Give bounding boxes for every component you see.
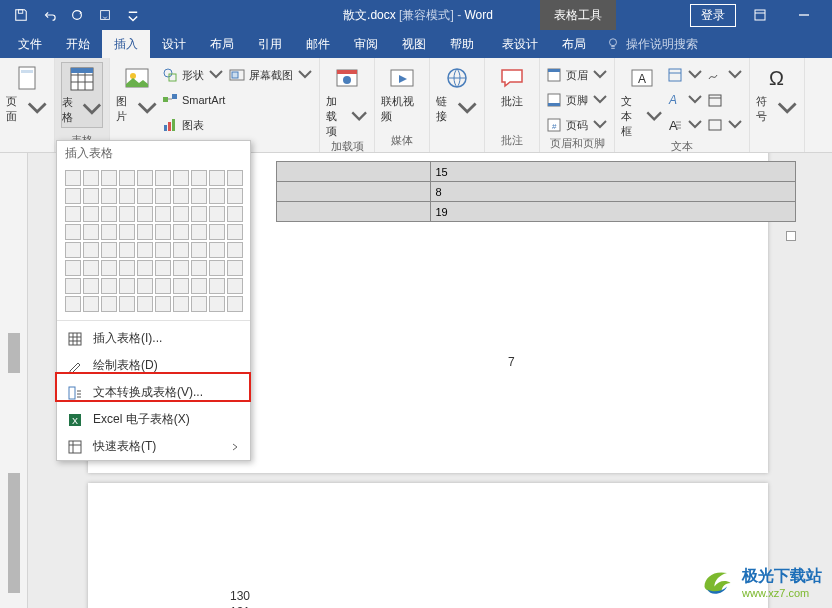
undo-button[interactable] xyxy=(36,2,62,28)
smartart-button[interactable]: SmartArt xyxy=(162,89,225,111)
svg-rect-36 xyxy=(709,95,721,106)
group-links: 链接 xyxy=(430,58,485,152)
qat-customize[interactable] xyxy=(92,2,118,28)
wordart-button[interactable]: A xyxy=(667,89,703,111)
tab-layout[interactable]: 布局 xyxy=(198,30,246,58)
svg-rect-17 xyxy=(172,119,175,131)
svg-rect-19 xyxy=(232,72,238,78)
svg-point-11 xyxy=(164,69,172,77)
comment-button[interactable]: 批注 xyxy=(491,62,533,109)
chevron-down-icon xyxy=(26,95,48,123)
group-label-hf: 页眉和页脚 xyxy=(550,136,605,151)
header-icon xyxy=(546,67,562,83)
table-button[interactable]: 表格 xyxy=(61,62,103,128)
group-text: A 文本框 A A 文本 xyxy=(615,58,750,152)
insert-table-menu: 插入表格 插入表格(I)... 绘制表格(D) 文本转换成表格(V)... XE… xyxy=(56,140,251,153)
group-media: 联机视频 媒体 xyxy=(375,58,430,152)
tell-me-search[interactable]: 操作说明搜索 xyxy=(606,36,698,53)
group-illustrations: 图片 形状 SmartArt 图表 屏幕截图 xyxy=(110,58,320,152)
svg-point-4 xyxy=(610,39,617,46)
tab-help[interactable]: 帮助 xyxy=(438,30,486,58)
symbol-button[interactable]: Ω 符号 xyxy=(756,62,798,124)
login-button[interactable]: 登录 xyxy=(690,4,736,27)
lightbulb-icon xyxy=(606,37,620,51)
addins-button[interactable]: 加载项 xyxy=(326,62,368,139)
online-video-button[interactable]: 联机视频 xyxy=(381,62,423,124)
tab-home[interactable]: 开始 xyxy=(54,30,102,58)
svg-point-22 xyxy=(343,76,351,84)
svg-rect-13 xyxy=(163,97,168,102)
chart-button[interactable]: 图表 xyxy=(162,114,225,136)
tab-mailings[interactable]: 邮件 xyxy=(294,30,342,58)
group-symbols: Ω 符号 xyxy=(750,58,805,152)
svg-rect-16 xyxy=(168,122,171,131)
group-pages: 页面 xyxy=(0,58,55,152)
textbox-button[interactable]: A 文本框 xyxy=(621,62,663,139)
svg-rect-33 xyxy=(669,69,681,81)
footer-button[interactable]: 页脚 xyxy=(546,89,608,111)
tab-table-design[interactable]: 表设计 xyxy=(490,30,550,58)
titlebar: 散文.docx [兼容模式] - Word 表格工具 登录 xyxy=(0,0,832,30)
svg-text:#: # xyxy=(552,122,557,131)
minimize-button[interactable] xyxy=(784,0,824,30)
page-number-button[interactable]: #页码 xyxy=(546,114,608,136)
tab-file[interactable]: 文件 xyxy=(6,30,54,58)
titlebar-right: 登录 xyxy=(690,0,832,30)
group-label-media: 媒体 xyxy=(391,133,413,148)
svg-text:A: A xyxy=(638,72,646,86)
page-number-icon: # xyxy=(546,117,562,133)
quick-access-toolbar xyxy=(0,2,146,28)
tab-table-layout[interactable]: 布局 xyxy=(550,30,598,58)
smartart-icon xyxy=(162,92,178,108)
title-filename: 散文.docx xyxy=(343,8,396,22)
screenshot-button[interactable]: 屏幕截图 xyxy=(229,64,313,86)
object-button[interactable] xyxy=(707,114,743,136)
ribbon-tabs: 文件 开始 插入 设计 布局 引用 邮件 审阅 视图 帮助 表设计 布局 操作说… xyxy=(0,30,832,58)
redo-button[interactable] xyxy=(64,2,90,28)
screenshot-icon xyxy=(229,67,245,83)
svg-rect-21 xyxy=(337,70,357,74)
save-button[interactable] xyxy=(8,2,34,28)
shapes-icon xyxy=(162,67,178,83)
svg-rect-6 xyxy=(21,70,33,73)
group-label-pages xyxy=(6,148,48,150)
svg-rect-12 xyxy=(169,74,176,81)
ribbon: 页面 表格 表格 图片 形状 SmartArt 图表 屏幕截图 xyxy=(0,58,832,153)
group-comments: 批注 批注 xyxy=(485,58,540,152)
links-button[interactable]: 链接 xyxy=(436,62,478,124)
group-tables: 表格 表格 xyxy=(55,58,110,152)
shapes-button[interactable]: 形状 xyxy=(162,64,225,86)
svg-rect-14 xyxy=(172,94,177,99)
group-header-footer: 页眉 页脚 #页码 页眉和页脚 xyxy=(540,58,615,152)
tab-references[interactable]: 引用 xyxy=(246,30,294,58)
tell-me-label: 操作说明搜索 xyxy=(626,36,698,53)
signature-button[interactable] xyxy=(707,64,743,86)
svg-rect-37 xyxy=(709,120,721,130)
quickparts-button[interactable] xyxy=(667,64,703,86)
group-label-comments: 批注 xyxy=(501,133,523,148)
context-tab-table-tools: 表格工具 xyxy=(540,0,616,30)
qat-dropdown[interactable] xyxy=(120,2,146,28)
svg-text:A: A xyxy=(668,93,677,107)
title-mode: [兼容模式] xyxy=(399,8,454,22)
footer-icon xyxy=(546,92,562,108)
tab-review[interactable]: 审阅 xyxy=(342,30,390,58)
header-button[interactable]: 页眉 xyxy=(546,64,608,86)
group-addins: 加载项 加载项 xyxy=(320,58,375,152)
svg-rect-26 xyxy=(548,69,560,72)
tab-design[interactable]: 设计 xyxy=(150,30,198,58)
ribbon-display-options[interactable] xyxy=(740,0,780,30)
group-label-addins: 加载项 xyxy=(331,139,364,153)
tab-insert[interactable]: 插入 xyxy=(102,30,150,58)
title-app: Word xyxy=(464,8,492,22)
tab-view[interactable]: 视图 xyxy=(390,30,438,58)
pictures-button[interactable]: 图片 xyxy=(116,62,158,124)
group-label-text: 文本 xyxy=(671,139,693,153)
dropcap-button[interactable]: A xyxy=(667,114,703,136)
datetime-button[interactable] xyxy=(707,89,743,111)
svg-rect-8 xyxy=(71,68,93,73)
chart-icon xyxy=(162,117,178,133)
pages-button[interactable]: 页面 xyxy=(6,62,48,124)
group-label-symbols xyxy=(756,148,798,150)
svg-point-1 xyxy=(73,11,82,20)
